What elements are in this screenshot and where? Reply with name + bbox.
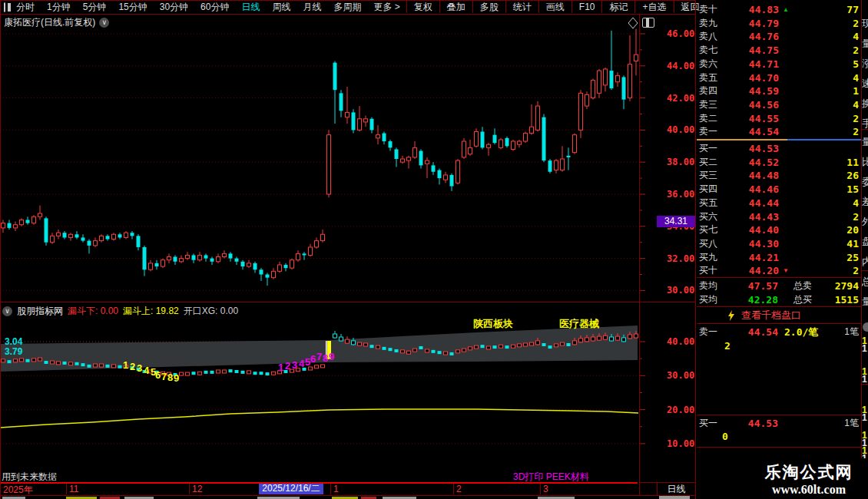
buy-level-10[interactable]: 买十44.202▼ bbox=[697, 264, 861, 277]
level-price: 44.44 bbox=[739, 197, 779, 210]
price-axis-label: 42.00 bbox=[667, 93, 694, 104]
period-tab-1[interactable]: 分时 bbox=[10, 1, 41, 14]
period-tab-8[interactable]: 周线 bbox=[266, 1, 297, 14]
level-volume: 5 bbox=[853, 58, 859, 71]
price-axis-label: 38.00 bbox=[667, 157, 694, 167]
buy-level-4[interactable]: 买四44.4615 bbox=[697, 183, 861, 196]
toolbar-button-2[interactable]: 叠加 bbox=[439, 1, 472, 13]
level-volume: 4 bbox=[853, 71, 859, 84]
sell-level-6[interactable]: 卖六44.715 bbox=[697, 58, 861, 71]
toolbar-button-4[interactable]: 统计 bbox=[505, 1, 538, 13]
level-volume: 20 bbox=[846, 223, 859, 236]
strip-divider bbox=[862, 129, 868, 130]
sell-level-9[interactable]: 卖九44.792 bbox=[697, 17, 861, 30]
buy-average-row: 买均42.28总买1515 bbox=[697, 293, 861, 306]
toolbar-button-8[interactable]: +自选 bbox=[634, 1, 673, 13]
border-left bbox=[0, 0, 1, 499]
svg-text:4: 4 bbox=[144, 365, 150, 376]
axis-divider bbox=[639, 482, 695, 483]
period-tab-4[interactable]: 15分钟 bbox=[112, 1, 153, 14]
chevron-down-icon[interactable]: ∨ bbox=[99, 18, 109, 28]
period-tab-11[interactable]: 更多 > bbox=[367, 1, 406, 14]
sell-level-5[interactable]: 卖五44.704 bbox=[697, 71, 861, 84]
date-label: 12 bbox=[192, 484, 202, 494]
level-price: 44.30 bbox=[739, 237, 779, 250]
orderbook-divider bbox=[697, 306, 861, 307]
svg-text:医疗器械: 医疗器械 bbox=[559, 318, 599, 329]
toolbar-button-9[interactable]: 返回 bbox=[674, 1, 707, 13]
level-price: 44.40 bbox=[739, 223, 779, 236]
level-volume: 15 bbox=[846, 183, 859, 196]
period-tab-5[interactable]: 30分钟 bbox=[154, 1, 194, 14]
clipped-glyph: 内 bbox=[862, 255, 868, 269]
price-axis-label: 30.00 bbox=[667, 285, 694, 296]
period-tab-7[interactable]: 日线 bbox=[235, 1, 266, 14]
sell-level-10[interactable]: 卖十44.8377▲ bbox=[697, 3, 861, 16]
clipped-text-fragment bbox=[659, 496, 690, 499]
l2-buy-row[interactable]: 买一44.531笔 bbox=[697, 417, 861, 430]
level-volume: 77 bbox=[846, 3, 859, 16]
level-price: 44.71 bbox=[739, 58, 779, 71]
period-tab-3[interactable]: 5分钟 bbox=[77, 1, 113, 14]
chart-canvas[interactable]: 123456789123456789陕西板块医疗器械3.043.79 bbox=[0, 0, 695, 499]
level-volume: 2 bbox=[853, 17, 859, 30]
period-tab-6[interactable]: 60分钟 bbox=[194, 1, 235, 14]
sell-level-7[interactable]: 卖七44.752 bbox=[697, 44, 861, 57]
level-price: 44.21 bbox=[739, 251, 779, 264]
sell-level-2[interactable]: 卖二44.552 bbox=[697, 112, 861, 125]
toolbar-button-5[interactable]: 画线 bbox=[538, 1, 571, 13]
maximize-panel-icon[interactable] bbox=[642, 18, 654, 28]
arrow-down-icon: ▼ bbox=[783, 264, 789, 277]
period-tabs: 分时1分钟5分钟15分钟30分钟60分钟日线周线月线多周期更多 > bbox=[10, 1, 406, 14]
level-price: 44.79 bbox=[739, 17, 779, 30]
clipped-circle-icon bbox=[863, 322, 868, 332]
level-name: 买二 bbox=[699, 156, 717, 169]
buy-level-1[interactable]: 买一44.53 bbox=[697, 142, 861, 155]
svg-text:8: 8 bbox=[323, 352, 328, 364]
level-price: 44.76 bbox=[739, 30, 779, 43]
panel-toggle-icon[interactable] bbox=[4, 2, 5, 12]
clipped-glyph: 现 bbox=[862, 17, 868, 31]
indicator-field-1: 漏斗下: 0.00 bbox=[68, 305, 118, 318]
month-separator bbox=[453, 483, 454, 494]
toolbar-button-6[interactable]: F10 bbox=[571, 1, 602, 13]
buy-level-7[interactable]: 买七44.4020 bbox=[697, 223, 861, 236]
period-tab-2[interactable]: 1分钟 bbox=[41, 1, 77, 14]
toolbar-button-3[interactable]: 多股 bbox=[472, 1, 505, 13]
month-separator bbox=[189, 483, 190, 494]
svg-text:3.04: 3.04 bbox=[5, 336, 23, 347]
buy-level-9[interactable]: 买九44.2125 bbox=[697, 251, 861, 264]
price-axis-label: 40.00 bbox=[667, 124, 694, 135]
period-tab-10[interactable]: 多周期 bbox=[327, 1, 367, 14]
sell-level-1[interactable]: 卖一44.542 bbox=[697, 125, 861, 138]
level-price: 44.59 bbox=[739, 84, 779, 97]
level-volume: 4 bbox=[853, 30, 859, 43]
level-name: 卖六 bbox=[699, 58, 717, 71]
buy-level-8[interactable]: 买八44.3041 bbox=[697, 237, 861, 250]
clipped-glyph: 量 bbox=[862, 135, 868, 149]
sell-level-8[interactable]: 卖八44.764 bbox=[697, 30, 861, 43]
bid-ask-divider bbox=[697, 139, 861, 140]
level-price: 44.20 bbox=[739, 264, 779, 277]
chevron-down-icon[interactable]: ∨ bbox=[2, 306, 12, 316]
toolbar-button-1[interactable]: 复权 bbox=[406, 1, 439, 13]
period-tab-9[interactable]: 月线 bbox=[297, 1, 327, 14]
buy-level-5[interactable]: 买五44.444 bbox=[697, 197, 861, 210]
level-name: 买四 bbox=[699, 183, 717, 196]
buy-level-6[interactable]: 买六44.432 bbox=[697, 210, 861, 223]
toolbar: 分时1分钟5分钟15分钟30分钟60分钟日线周线月线多周期更多 > 复权叠加多股… bbox=[0, 0, 695, 14]
sell-level-4[interactable]: 卖四44.591 bbox=[697, 84, 861, 97]
orderbook-divider bbox=[697, 415, 861, 415]
toolbar-button-7[interactable]: 标记 bbox=[601, 1, 634, 13]
signal-line bbox=[0, 482, 638, 484]
indicator-axis-label: 30.00 bbox=[667, 370, 694, 381]
buy-level-3[interactable]: 买三44.4826 bbox=[697, 169, 861, 182]
sell-level-3[interactable]: 卖三44.564 bbox=[697, 98, 861, 111]
buy-level-2[interactable]: 买二44.5211 bbox=[697, 156, 861, 169]
price-tag: 34.31 bbox=[657, 216, 695, 227]
level-volume: 11 bbox=[846, 156, 859, 169]
view-full-depth-link[interactable]: 查看千档盘口 bbox=[697, 309, 861, 322]
l2-sell-row[interactable]: 卖一44.542.0/笔1笔 bbox=[697, 326, 861, 339]
orderbook-border bbox=[695, 0, 696, 499]
period-label[interactable]: 日线 bbox=[658, 483, 695, 495]
